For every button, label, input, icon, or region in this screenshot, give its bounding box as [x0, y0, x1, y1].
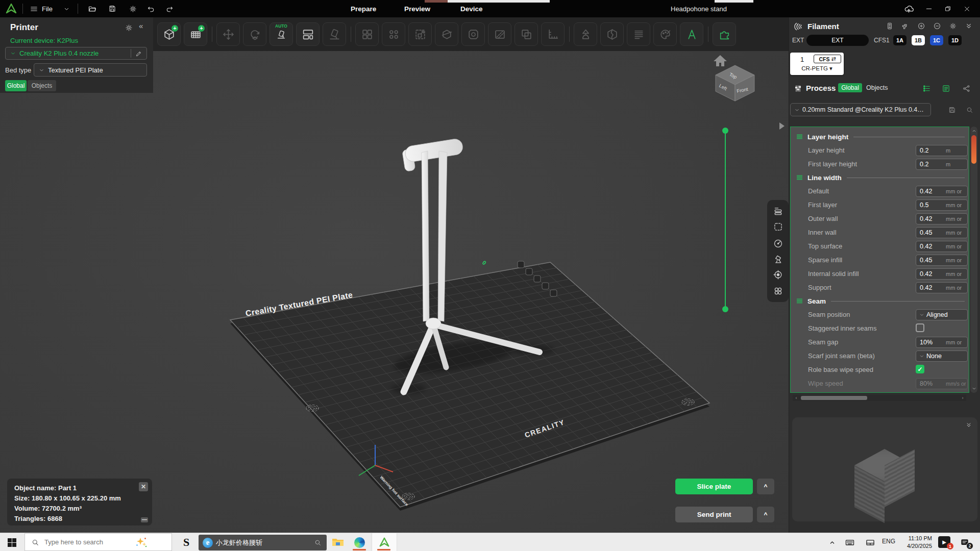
- param-input[interactable]: 0.45mm or: [916, 227, 968, 238]
- search-input[interactable]: [43, 538, 132, 546]
- param-input[interactable]: 0.42mm or: [916, 282, 968, 293]
- toolbar-seam-painting-button[interactable]: [488, 22, 511, 46]
- param-input[interactable]: 0.2m: [916, 145, 968, 156]
- tab-device[interactable]: Device: [457, 0, 486, 17]
- param-select[interactable]: None: [916, 350, 968, 362]
- tab-global-process[interactable]: Global: [838, 83, 862, 92]
- file-explorer-icon[interactable]: [331, 537, 345, 548]
- plate-list-icon[interactable]: [772, 205, 784, 217]
- ext-button[interactable]: EXT: [806, 35, 869, 46]
- param-input[interactable]: 0.45mm or: [916, 255, 968, 266]
- file-menu[interactable]: File: [42, 5, 53, 13]
- toolbar-lay-on-face-button[interactable]: [323, 22, 346, 46]
- param-list-icon[interactable]: [940, 83, 951, 94]
- undo-icon[interactable]: [144, 2, 158, 16]
- filament-slot-1B[interactable]: 1B: [912, 35, 925, 45]
- media-player-icon[interactable]: ▶ 1: [938, 536, 950, 548]
- touchpad-icon[interactable]: [864, 537, 877, 548]
- toolbar-fill-edit-button[interactable]: [627, 22, 650, 46]
- toolbar-split-crack-button[interactable]: [600, 22, 624, 46]
- expand-panel-icon[interactable]: [779, 122, 785, 130]
- save-icon[interactable]: [105, 2, 119, 16]
- param-input[interactable]: 0.42mm or: [916, 186, 968, 197]
- news-widget[interactable]: e 小龙虾价格腰斩: [199, 535, 327, 550]
- scroll-right-icon[interactable]: ›: [959, 395, 966, 401]
- device-preset-select[interactable]: Creality K2 Plus 0.4 nozzle: [5, 47, 147, 60]
- toolbar-split-to-parts-button[interactable]: [382, 22, 405, 46]
- param-input[interactable]: 80%mm/s or: [916, 378, 968, 389]
- collapse-icon[interactable]: [963, 20, 974, 32]
- printer-settings-icon[interactable]: [121, 20, 136, 35]
- toolbar-assembly-button[interactable]: [713, 22, 736, 46]
- view-presets-icon[interactable]: [772, 285, 784, 297]
- process-preset-select[interactable]: 0.20mm Standard @Creality K2 Plus 0.4 n.…: [790, 103, 931, 116]
- param-input[interactable]: 0.42mm or: [916, 268, 968, 280]
- toolbar-arrange-button[interactable]: [296, 22, 320, 46]
- param-checkbox[interactable]: ✓: [916, 365, 924, 373]
- scrollbar-thumb[interactable]: [801, 396, 867, 400]
- param-table-icon[interactable]: [921, 83, 932, 94]
- close-icon[interactable]: [960, 2, 974, 16]
- cfs-switch[interactable]: CFS ⇄: [814, 55, 841, 63]
- material-select[interactable]: CR-PETG ▾: [790, 65, 844, 72]
- toolbar-support-painting-button[interactable]: [574, 22, 597, 46]
- param-input[interactable]: 0.5mm or: [916, 199, 968, 211]
- start-button[interactable]: [5, 536, 18, 548]
- viewport-3d[interactable]: Creality Textured PEI Plate CREALITY War…: [0, 51, 789, 533]
- param-input[interactable]: 0.42mm or: [916, 241, 968, 252]
- creality-print-taskbar-icon[interactable]: [372, 533, 397, 551]
- remove-filament-icon[interactable]: [932, 20, 943, 32]
- vertical-scrollbar[interactable]: [970, 127, 977, 393]
- compare-icon[interactable]: [961, 83, 972, 94]
- toolbar-add-text-button[interactable]: [680, 22, 703, 46]
- filament-slot-1A[interactable]: 1A: [893, 35, 906, 45]
- toolbar-split-to-objects-button[interactable]: [355, 22, 379, 46]
- param-input[interactable]: 0.42mm or: [916, 213, 968, 224]
- param-select[interactable]: Aligned: [916, 309, 968, 320]
- tab-objects-process[interactable]: Objects: [866, 84, 888, 91]
- horizontal-scrollbar[interactable]: ‹ ›: [793, 395, 966, 401]
- edit-pencil-icon[interactable]: [131, 50, 146, 57]
- active-filament-card[interactable]: 1 CFS ⇄ CR-PETG ▾: [790, 53, 844, 75]
- toolbar-cut-button[interactable]: [435, 22, 458, 46]
- scroll-down-icon[interactable]: [970, 385, 977, 392]
- toolbar-rotate-button[interactable]: [243, 22, 266, 46]
- search-icon[interactable]: [964, 104, 975, 115]
- action-center-icon[interactable]: 2: [959, 536, 971, 548]
- scroll-left-icon[interactable]: ‹: [793, 395, 800, 401]
- close-icon[interactable]: ✕: [139, 482, 148, 491]
- spotlight-icon[interactable]: [772, 253, 784, 265]
- toolbar-boolean-button[interactable]: [514, 22, 538, 46]
- tab-prepare[interactable]: Prepare: [348, 0, 379, 17]
- scrollbar-thumb[interactable]: [971, 135, 976, 164]
- send-print-button[interactable]: Send print: [675, 507, 753, 522]
- toolbar-add-model-button[interactable]: +: [157, 22, 181, 46]
- edge-icon[interactable]: [352, 536, 366, 548]
- add-filament-icon[interactable]: [916, 20, 927, 32]
- select-region-icon[interactable]: [772, 221, 784, 233]
- tab-preview[interactable]: Preview: [401, 0, 433, 17]
- taskbar-search[interactable]: [24, 533, 172, 551]
- folder-open-icon[interactable]: [85, 2, 99, 16]
- param-checkbox[interactable]: [916, 323, 924, 332]
- chevron-down-icon[interactable]: [59, 2, 74, 16]
- toolbar-add-plate-button[interactable]: +: [184, 22, 207, 46]
- toolbar-measure-button[interactable]: [541, 22, 565, 46]
- s-app-icon[interactable]: S: [180, 535, 193, 549]
- save-icon[interactable]: [946, 104, 958, 115]
- toolbar-hollow-button[interactable]: [461, 22, 485, 46]
- filament-settings-icon[interactable]: [947, 20, 959, 32]
- bed-type-select[interactable]: Textured PEI Plate: [34, 63, 147, 77]
- filament-box-icon[interactable]: [884, 20, 895, 32]
- clock[interactable]: 11:10 PM 4/20/2025: [899, 535, 932, 550]
- tab-objects-left[interactable]: Objects: [28, 80, 56, 91]
- minimize-icon[interactable]: [922, 2, 936, 16]
- touch-keyboard-icon[interactable]: [843, 537, 856, 548]
- param-input[interactable]: 10%mm or: [916, 337, 968, 348]
- minimize-card-icon[interactable]: —: [141, 517, 148, 522]
- hamburger-icon[interactable]: [27, 2, 41, 16]
- toolbar-color-painting-button[interactable]: [653, 22, 677, 46]
- speed-gauge-icon[interactable]: [772, 237, 784, 249]
- slice-plate-button[interactable]: Slice plate: [675, 479, 753, 494]
- clipping-slider[interactable]: [722, 128, 728, 312]
